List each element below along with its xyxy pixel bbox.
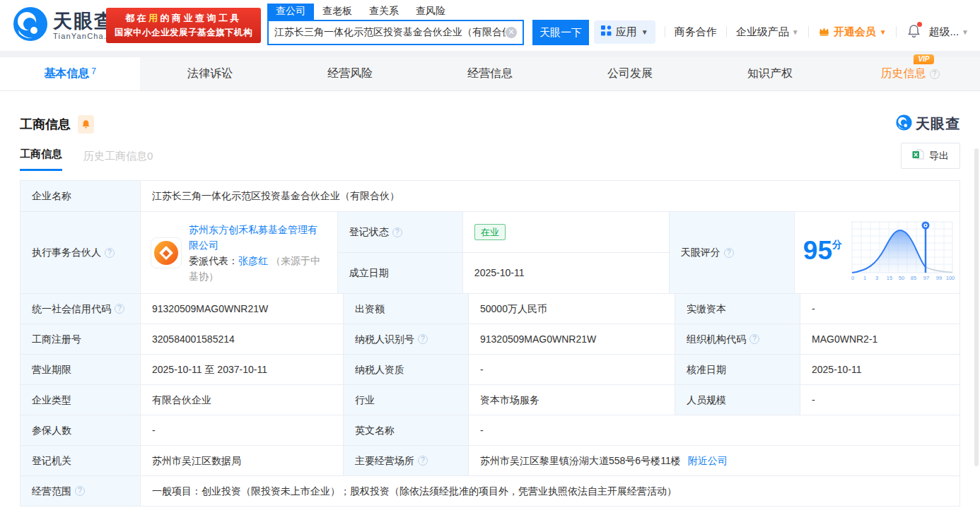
chevron-down-icon: ▼ <box>641 28 648 36</box>
search-tab-relation[interactable]: 查关系 <box>361 4 407 20</box>
status-badge: 在业 <box>474 224 506 240</box>
search-box: ✕ <box>267 20 524 45</box>
help-icon[interactable] <box>749 334 759 344</box>
main-content: 工商信息 天眼查 工商信息 历史工商信息0 <box>0 114 980 507</box>
nav-enterprise-products[interactable]: 企业级产品 ▼ <box>736 25 799 39</box>
field-label-text: 天眼评分 <box>681 245 721 260</box>
help-icon[interactable] <box>930 69 940 79</box>
help-icon[interactable] <box>724 248 734 258</box>
tab-label: 基本信息 <box>44 66 89 81</box>
field-label: 登记状态 <box>338 212 463 252</box>
field-label: 登记机关 <box>21 446 141 475</box>
table-row: 统一社会信用代码 91320509MAG0WNR21W 出资额 50000万人民… <box>21 294 959 324</box>
tab-operation-risk[interactable]: 经营风险 <box>280 57 420 90</box>
partner-company-link[interactable]: 苏州东方创禾私募基金管理有限公司 <box>189 224 317 251</box>
field-label: 经营范围 <box>21 476 141 506</box>
search-tab-risk[interactable]: 查风险 <box>407 4 454 20</box>
top-navigation: 应用 ▼ 商务合作 企业级产品 ▼ 开通会员 ▼ <box>594 19 969 45</box>
field-label: 企业类型 <box>21 385 141 415</box>
company-type-value: 有限合伙企业 <box>141 385 344 415</box>
svg-text:97: 97 <box>923 275 929 281</box>
executive-partner-cell: 苏州东方创禾私募基金管理有限公司 委派代表：张彦红 （来源于中基协） <box>141 212 338 293</box>
svg-text:100: 100 <box>946 275 955 281</box>
tianyan-score-cell: 95 分 <box>795 212 959 293</box>
field-label: 核准日期 <box>675 355 800 384</box>
help-icon[interactable] <box>392 227 402 237</box>
field-label-text: 纳税人识别号 <box>355 332 414 347</box>
company-name-value: 江苏长三角一体化示范区投资基金合伙企业（有限合伙） <box>141 181 959 211</box>
table-row: 成立日期 2025-10-11 <box>338 252 669 293</box>
apps-grid-icon <box>601 25 612 38</box>
tianyancha-eye-icon <box>13 6 48 45</box>
svg-text:3: 3 <box>875 275 878 281</box>
search-button[interactable]: 天眼一下 <box>532 20 589 45</box>
search-tabs: 查公司 查老板 查关系 查风险 <box>267 4 589 20</box>
subtab-history-business-info[interactable]: 历史工商信息0 <box>83 150 153 171</box>
score-unit: 分 <box>832 237 842 252</box>
partner-logo <box>151 237 182 268</box>
taxpayer-qualification-value: - <box>469 355 675 384</box>
field-label: 实缴资本 <box>675 294 800 324</box>
tab-basic-info[interactable]: 基本信息7 <box>0 57 140 90</box>
tab-label: 经营风险 <box>327 66 373 81</box>
field-label: 参保人数 <box>21 415 141 445</box>
tab-label: 公司发展 <box>607 66 653 81</box>
svg-text:50: 50 <box>899 275 904 281</box>
tab-operation-info[interactable]: 经营信息 <box>420 57 560 90</box>
chevron-down-icon: ▼ <box>792 28 799 36</box>
tab-legal-litigation[interactable]: 法律诉讼 <box>140 57 280 90</box>
help-icon[interactable] <box>75 486 85 496</box>
tab-history-info[interactable]: 历史信息 VIP <box>840 57 980 90</box>
search-tab-company[interactable]: 查公司 <box>267 4 314 20</box>
tab-label: 知识产权 <box>747 66 793 81</box>
rep-name-link[interactable]: 张彦红 <box>238 255 268 266</box>
field-label: 组织机构代码 <box>675 324 800 354</box>
tab-company-development[interactable]: 公司发展 <box>560 57 700 90</box>
company-tabbar: 基本信息7 法律诉讼 经营风险 经营信息 公司发展 知识产权 历史信息 VIP <box>0 57 980 91</box>
nav-super-vip[interactable]: 超级... ▼ <box>929 25 969 39</box>
field-label: 执行事务合伙人 <box>21 212 141 293</box>
help-icon[interactable] <box>105 248 115 258</box>
nav-open-vip[interactable]: 开通会员 ▼ <box>818 25 887 39</box>
middle-column: 登记状态 在业 成立日期 2025-10-11 <box>338 212 670 293</box>
table-row: 参保人数 - 英文名称 - <box>21 415 959 446</box>
tab-label: 历史信息 <box>881 66 926 81</box>
search-input[interactable] <box>274 27 506 38</box>
field-label: 主要经营场所 <box>344 446 469 475</box>
excel-icon <box>912 149 924 162</box>
nearby-companies-link[interactable]: 附近公司 <box>688 454 728 468</box>
chevron-down-icon: ▼ <box>880 28 887 36</box>
notification-bell-icon[interactable] <box>907 24 921 40</box>
field-label-text: 执行事务合伙人 <box>32 245 101 260</box>
tab-label: 经营信息 <box>467 66 513 81</box>
score-distribution-chart: 0 1 3 15 50 85 97 99 100 <box>849 219 955 287</box>
registration-number-value: 320584001585214 <box>141 324 344 354</box>
business-term-value: 2025-10-11 至 2037-10-11 <box>141 355 344 384</box>
rep-label: 委派代表： <box>189 255 238 266</box>
score-value: 95 <box>803 237 832 268</box>
svg-text:0: 0 <box>851 275 854 281</box>
subtab-business-info[interactable]: 工商信息 <box>20 148 62 171</box>
scrollbar-thumb[interactable] <box>974 148 979 466</box>
tab-intellectual-property[interactable]: 知识产权 <box>700 57 840 90</box>
divider <box>808 26 809 37</box>
help-icon[interactable] <box>418 334 428 344</box>
apps-menu[interactable]: 应用 ▼ <box>594 20 655 44</box>
promo-banner: 都在用的商业查询工具 国家中小企业发展子基金旗下机构 <box>106 8 261 43</box>
field-label-text: 经营范围 <box>32 484 71 499</box>
field-label: 营业期限 <box>21 355 141 384</box>
registration-authority-value: 苏州市吴江区数据局 <box>141 446 344 475</box>
field-label: 成立日期 <box>338 253 463 293</box>
clear-search-icon[interactable]: ✕ <box>506 27 517 38</box>
help-icon[interactable] <box>115 304 124 314</box>
search-tab-boss[interactable]: 查老板 <box>314 4 361 20</box>
english-name-value: - <box>469 415 959 445</box>
slogan-line2: 国家中小企业发展子基金旗下机构 <box>106 27 261 39</box>
monitor-bell-icon[interactable] <box>78 115 94 134</box>
svg-text:15: 15 <box>887 275 892 281</box>
vip-badge: VIP <box>914 54 933 64</box>
table-row: 登记状态 在业 <box>338 212 669 252</box>
help-icon[interactable] <box>418 456 428 466</box>
nav-business-cooperation[interactable]: 商务合作 <box>675 25 717 39</box>
export-button[interactable]: 导出 <box>901 143 960 169</box>
